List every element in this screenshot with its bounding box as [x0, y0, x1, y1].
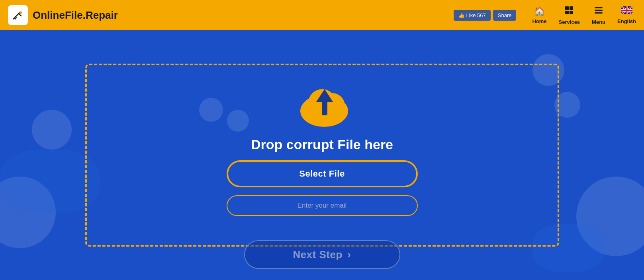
- services-icon: [564, 6, 574, 18]
- svg-rect-7: [595, 10, 603, 11]
- drop-text: Drop corrupt File here: [251, 137, 393, 152]
- drop-zone[interactable]: Drop corrupt File here Select File: [85, 64, 559, 247]
- nav-english[interactable]: English: [617, 6, 636, 24]
- like-button[interactable]: 👍 Like 567: [454, 10, 491, 21]
- logo-area: OnlineFile.Repair: [8, 5, 454, 25]
- english-flag-icon: [621, 6, 632, 17]
- bg-blob-2: [32, 110, 72, 150]
- next-step-label: Next Step: [293, 249, 342, 261]
- svg-rect-2: [565, 6, 569, 10]
- logo-icon: [8, 5, 28, 25]
- svg-point-1: [20, 12, 22, 14]
- header-nav: 🏠 Home Services Menu: [532, 6, 636, 25]
- email-input[interactable]: [227, 195, 418, 216]
- cloud-upload-icon: [294, 81, 350, 125]
- select-file-button[interactable]: Select File: [227, 160, 418, 187]
- menu-icon: [594, 6, 603, 18]
- next-step-button[interactable]: Next Step ›: [244, 240, 400, 269]
- home-icon: 🏠: [534, 6, 545, 17]
- next-step-area: Next Step ›: [244, 240, 400, 269]
- nav-menu-label: Menu: [592, 19, 605, 25]
- header-social: 👍 Like 567 Share: [454, 10, 516, 21]
- svg-rect-4: [565, 11, 569, 14]
- nav-services[interactable]: Services: [559, 6, 580, 25]
- chevron-right-icon: ›: [347, 248, 351, 261]
- header: OnlineFile.Repair 👍 Like 567 Share 🏠 Hom…: [0, 0, 644, 30]
- svg-rect-8: [595, 12, 603, 14]
- share-button[interactable]: Share: [493, 10, 517, 21]
- nav-services-label: Services: [559, 19, 580, 25]
- main-area: Drop corrupt File here Select File Next …: [0, 30, 644, 280]
- svg-rect-5: [570, 11, 573, 14]
- svg-rect-14: [322, 100, 327, 115]
- site-title: OnlineFile.Repair: [33, 9, 118, 21]
- svg-rect-6: [595, 7, 603, 8]
- nav-menu[interactable]: Menu: [592, 6, 605, 25]
- svg-rect-0: [11, 8, 25, 22]
- nav-home[interactable]: 🏠 Home: [532, 6, 546, 24]
- bg-blob-9: [0, 150, 100, 213]
- nav-home-label: Home: [532, 18, 546, 24]
- nav-english-label: English: [617, 18, 636, 24]
- svg-rect-3: [570, 6, 573, 10]
